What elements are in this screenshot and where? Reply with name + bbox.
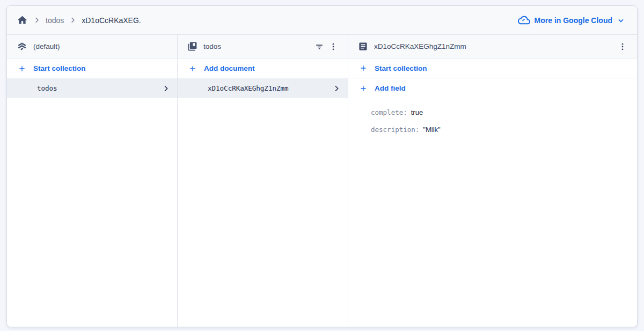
more-in-google-cloud-button[interactable]: More in Google Cloud [518, 14, 625, 26]
start-collection-button[interactable]: Start collection [7, 58, 177, 78]
document-id: xD1oCcRKaXEGhgZ1nZmm [208, 84, 289, 92]
collection-panel: todos [178, 35, 348, 327]
firestore-logo-icon [17, 41, 27, 52]
database-panel-header: (default) [7, 35, 177, 58]
field-value: "Milk" [423, 126, 440, 134]
add-document-label: Add document [204, 64, 255, 72]
collection-icon [187, 41, 197, 52]
collection-list-item[interactable]: todos [7, 78, 177, 98]
firestore-panel-card: todos xD1oCcRKaXEG. More in Google Cloud [6, 5, 638, 327]
panels-container: (default) Start collection todos [7, 35, 637, 327]
field-name: description: [371, 126, 419, 134]
home-icon[interactable] [17, 14, 28, 26]
cloud-icon [518, 14, 530, 26]
chevron-right-icon [162, 84, 170, 93]
field-row-complete[interactable]: complete: true [371, 104, 637, 121]
kebab-menu-icon[interactable] [326, 40, 340, 54]
filter-icon[interactable] [312, 40, 326, 54]
collection-panel-header: todos [178, 35, 348, 58]
chevron-right-icon [69, 16, 77, 24]
plus-icon [188, 64, 197, 73]
field-name: complete: [371, 108, 407, 116]
plus-icon [359, 84, 368, 93]
plus-icon [18, 64, 26, 73]
chevron-right-icon [33, 16, 41, 24]
breadcrumb: todos xD1oCcRKaXEG. More in Google Cloud [7, 6, 637, 35]
start-collection-label: Start collection [375, 64, 427, 72]
collection-id: todos [37, 84, 57, 92]
add-document-button[interactable]: Add document [178, 58, 348, 78]
start-collection-label: Start collection [33, 64, 86, 72]
chevron-right-icon [332, 84, 341, 93]
document-panel-header: xD1oCcRKaXEGhgZ1nZmm [348, 35, 637, 58]
field-list: complete: true description: "Milk" [348, 98, 637, 138]
document-list-item[interactable]: xD1oCcRKaXEGhgZ1nZmm [178, 78, 348, 98]
document-icon [358, 41, 368, 52]
database-title: (default) [33, 42, 60, 50]
field-row-description[interactable]: description: "Milk" [371, 121, 637, 138]
collection-title: todos [203, 42, 221, 50]
more-in-google-cloud-label: More in Google Cloud [535, 16, 612, 25]
field-value: true [411, 108, 423, 116]
plus-icon [359, 64, 368, 72]
kebab-menu-icon[interactable] [616, 40, 630, 54]
database-panel: (default) Start collection todos [7, 35, 178, 327]
add-field-button[interactable]: Add field [348, 78, 637, 98]
add-field-label: Add field [375, 84, 406, 92]
breadcrumb-item-document: xD1oCcRKaXEG. [82, 16, 141, 25]
document-title: xD1oCcRKaXEGhgZ1nZmm [374, 42, 466, 50]
start-collection-button[interactable]: Start collection [348, 58, 637, 78]
chevron-down-icon [617, 16, 625, 25]
document-panel: xD1oCcRKaXEGhgZ1nZmm Start collection [348, 35, 637, 327]
breadcrumb-item-collection[interactable]: todos [46, 16, 64, 25]
